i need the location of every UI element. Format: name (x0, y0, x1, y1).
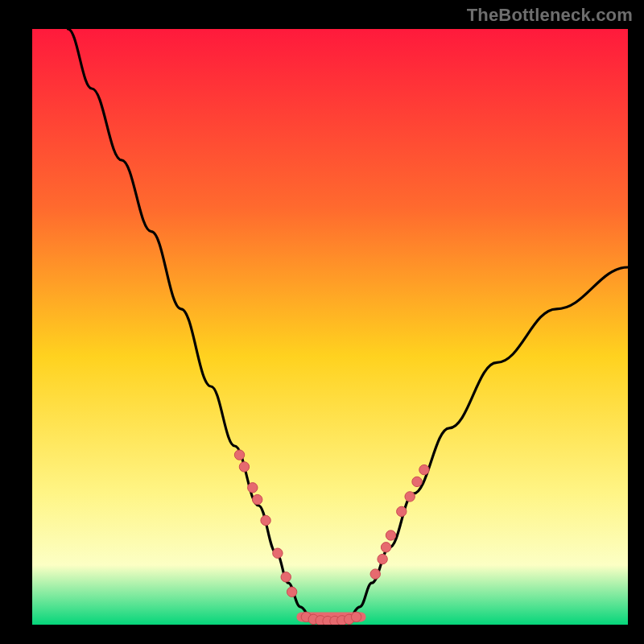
data-marker (405, 492, 415, 502)
watermark-text: TheBottleneck.com (467, 5, 633, 26)
data-marker (351, 612, 361, 621)
data-marker (287, 587, 296, 597)
gradient-bg (32, 29, 628, 625)
data-marker (273, 548, 283, 558)
data-marker (386, 530, 395, 540)
chart-svg (32, 29, 628, 625)
chart-container: { "watermark": "TheBottleneck.com", "col… (0, 0, 644, 644)
data-marker (234, 450, 244, 460)
data-marker (412, 477, 422, 486)
data-marker (261, 515, 270, 525)
data-marker (239, 462, 249, 472)
data-marker (248, 483, 258, 493)
data-marker (381, 543, 390, 552)
data-marker (397, 506, 407, 516)
data-marker (419, 464, 429, 474)
data-marker (281, 572, 291, 582)
data-marker (370, 569, 380, 579)
data-marker (253, 494, 262, 504)
plot-area (32, 29, 628, 625)
data-marker (378, 554, 387, 564)
